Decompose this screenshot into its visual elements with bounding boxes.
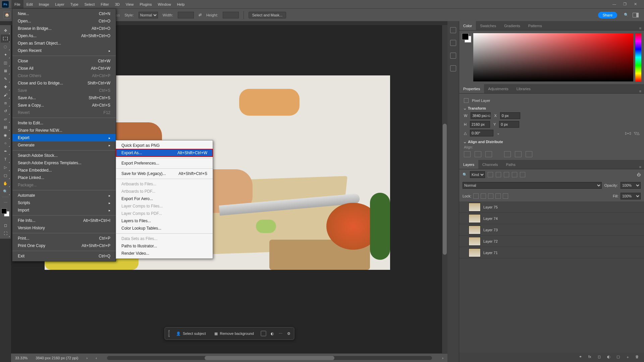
3d-panel-icon[interactable]	[450, 65, 456, 71]
menu-filter[interactable]: Filter	[98, 0, 112, 8]
tab-libraries[interactable]: Libraries	[513, 84, 535, 93]
frame-tool-icon[interactable]: ⊠	[1, 67, 10, 75]
menu-help[interactable]: Help	[174, 0, 188, 8]
filter-pixel-icon[interactable]	[488, 172, 493, 177]
swap-icon[interactable]: ⇄	[199, 13, 202, 17]
file-menu-item[interactable]: Search Adobe Express Templates...	[12, 159, 116, 167]
export-menu-item[interactable]: Render Video...	[116, 250, 213, 257]
layer-row[interactable]: Layer 72	[459, 236, 644, 247]
menu-edit[interactable]: Edit	[23, 0, 36, 8]
healing-tool-icon[interactable]: ✚	[1, 83, 10, 91]
file-menu-item[interactable]: Close AllAlt+Ctrl+W	[12, 65, 116, 72]
export-menu-item[interactable]: Layers to Files...	[116, 217, 213, 225]
style-select[interactable]: Normal	[139, 12, 158, 18]
filter-smart-icon[interactable]	[520, 172, 525, 177]
tab-gradients[interactable]: Gradients	[500, 21, 524, 30]
height-input[interactable]	[223, 12, 239, 18]
file-menu-item[interactable]: Search Adobe Stock...	[12, 152, 116, 159]
eyedropper-tool-icon[interactable]: ✎	[1, 75, 10, 83]
filter-shape-icon[interactable]	[512, 172, 517, 177]
trash-icon[interactable]: 🗑	[635, 355, 641, 360]
x-field[interactable]	[500, 112, 520, 119]
file-menu-item[interactable]: File Info...Alt+Shift+Ctrl+I	[12, 217, 116, 224]
layer-row[interactable]: Layer 75	[459, 201, 644, 213]
lasso-tool-icon[interactable]: ◌	[1, 43, 10, 51]
layer-row[interactable]: Layer 73	[459, 224, 644, 236]
layer-name[interactable]: Layer 71	[483, 251, 642, 255]
tab-properties[interactable]: Properties	[459, 84, 484, 93]
workspace-icon[interactable]	[633, 13, 639, 17]
layer-row[interactable]: Layer 74	[459, 213, 644, 224]
tab-channels[interactable]: Channels	[478, 160, 502, 169]
align-bottom-icon[interactable]	[526, 151, 532, 157]
blend-mode-select[interactable]: Normal	[463, 182, 602, 189]
layer-name[interactable]: Layer 73	[483, 228, 642, 232]
file-menu-item[interactable]: Share for Review NEW...	[12, 127, 116, 134]
angle-field[interactable]	[470, 130, 493, 136]
zoom-level[interactable]: 33.33%	[15, 356, 28, 360]
quickmask-icon[interactable]: ◻	[1, 221, 10, 229]
export-menu-item[interactable]: Quick Export as PNG	[116, 142, 213, 149]
menu-file[interactable]: File	[11, 0, 23, 8]
shape-tool-icon[interactable]: ▢	[1, 171, 10, 179]
align-left-icon[interactable]	[464, 151, 471, 157]
scroll-left-icon[interactable]: ‹	[96, 356, 97, 360]
layer-thumb[interactable]	[469, 214, 481, 223]
status-chevron-icon[interactable]: ›	[87, 356, 88, 360]
flip-v-icon[interactable]: ▽△	[634, 131, 639, 135]
layer-row[interactable]: Layer 71	[459, 247, 644, 258]
menu-window[interactable]: Window	[155, 0, 174, 8]
y-field[interactable]	[499, 121, 519, 128]
file-menu-item[interactable]: Close and Go to Bridge...Shift+Ctrl+W	[12, 79, 116, 87]
file-menu-item[interactable]: Open Recent	[12, 47, 116, 54]
menu-select[interactable]: Select	[82, 0, 98, 8]
filter-toggle-icon[interactable]: ⏻	[637, 173, 641, 177]
file-menu-item[interactable]: Open As...Alt+Shift+Ctrl+O	[12, 32, 116, 40]
file-menu-item[interactable]: Place Linked...	[12, 174, 116, 181]
screenmode-icon[interactable]: ⛶	[1, 229, 10, 237]
layer-filter-select[interactable]: Kind	[470, 171, 485, 178]
flip-h-icon[interactable]: ▷◁	[625, 131, 631, 135]
fill-select[interactable]: 100%	[621, 193, 641, 199]
stamp-tool-icon[interactable]: ⧈	[1, 99, 10, 107]
transform-section[interactable]: Transform	[464, 106, 639, 110]
layer-name[interactable]: Layer 74	[483, 217, 642, 221]
export-menu-item[interactable]: Save for Web (Legacy)...Alt+Shift+Ctrl+S	[116, 170, 213, 177]
align-right-icon[interactable]	[485, 151, 492, 157]
file-menu-item[interactable]: Automate	[12, 192, 116, 199]
comments-panel-icon[interactable]	[450, 53, 456, 59]
blur-tool-icon[interactable]: ◉	[1, 131, 10, 139]
file-menu-item[interactable]: CloseCtrl+W	[12, 57, 116, 65]
brush-tool-icon[interactable]: 🖌	[1, 91, 10, 99]
tab-paths[interactable]: Paths	[502, 160, 520, 169]
export-menu-item[interactable]: Export For Aero...	[116, 195, 213, 202]
align-vcenter-icon[interactable]	[515, 151, 522, 157]
export-menu-item[interactable]: Paths to Illustrator...	[116, 242, 213, 250]
remove-background-button[interactable]: ▦Remove background	[212, 331, 256, 337]
file-menu-item[interactable]: Save As...Shift+Ctrl+S	[12, 94, 116, 102]
angle-dropdown-icon[interactable]: ⌄	[497, 131, 500, 135]
filter-search-icon[interactable]: 🔍	[463, 173, 467, 177]
file-menu-item[interactable]: ExitCtrl+Q	[12, 252, 116, 260]
tab-swatches[interactable]: Swatches	[476, 21, 500, 30]
height-field[interactable]	[470, 121, 490, 128]
file-menu-item[interactable]: Generate	[12, 141, 116, 149]
home-icon[interactable]: 🏠	[3, 11, 11, 19]
panel-menu-icon[interactable]: ≡	[637, 89, 644, 93]
minimize-icon[interactable]: —	[612, 2, 617, 7]
hue-slider[interactable]	[635, 33, 641, 81]
history-panel-icon[interactable]	[450, 27, 456, 33]
select-subject-button[interactable]: 👤Select subject	[174, 331, 208, 337]
lock-all-icon[interactable]	[503, 193, 508, 199]
more-tools-icon[interactable]: ⋯	[1, 198, 10, 206]
tab-patterns[interactable]: Patterns	[524, 21, 546, 30]
file-menu-item[interactable]: Save a Copy...Alt+Ctrl+S	[12, 102, 116, 109]
export-menu-item[interactable]: Export As...Alt+Shift+Ctrl+W	[116, 149, 213, 157]
file-menu-item[interactable]: Invite to Edit...	[12, 119, 116, 127]
group-icon[interactable]: ▢	[616, 355, 622, 360]
lock-paint-icon[interactable]	[481, 193, 486, 199]
panel-menu-icon[interactable]: ≡	[637, 165, 644, 169]
file-menu-item[interactable]: Import	[12, 206, 116, 214]
adjustment-icon[interactable]: ◐	[607, 355, 612, 360]
gradient-tool-icon[interactable]: ▤	[1, 123, 10, 131]
